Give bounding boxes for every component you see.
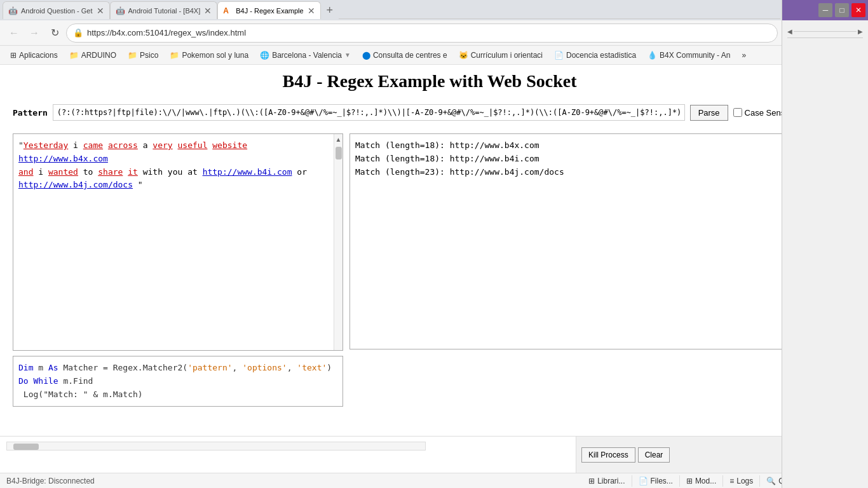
tab-android-question[interactable]: 🤖 Android Question - Get ✕ — [3, 1, 110, 19]
status-tab-files[interactable]: 📄 Files... — [632, 475, 680, 487]
tab1-close-icon[interactable]: ✕ — [97, 6, 104, 16]
bookmarks-more[interactable]: » — [736, 50, 751, 61]
reload-button[interactable]: ↻ — [46, 24, 64, 42]
tab3-favicon: A — [223, 6, 232, 15]
tab3-label: B4J - Regex Example — [236, 7, 303, 15]
page-area: B4J - Regex Example with Web Socket Patt… — [0, 65, 868, 436]
forward-button[interactable]: → — [25, 24, 43, 42]
match-line-1: Match (length=18): http://www.b4x.com — [355, 139, 832, 152]
bottom-area: Kill Process Clear — [0, 436, 868, 473]
match-line-2: Match (length=18): http://www.b4i.com — [355, 152, 832, 166]
bookmark-curriculum[interactable]: 🐱 Currículum i orientaci — [454, 50, 548, 61]
status-bar: B4J-Bridge: Disconnected ⊞ Librari... 📄 … — [0, 473, 868, 488]
pattern-row: Pattern Parse Case Sensitive Multiline — [13, 104, 846, 121]
panel-ruler: ◀ ▶ — [787, 25, 863, 38]
sp-close-button[interactable]: ✕ — [851, 3, 865, 17]
clear-button[interactable]: Clear — [638, 447, 670, 463]
tab-android-tutorial[interactable]: 🤖 Android Tutorial - [B4X] ✕ — [110, 1, 218, 19]
title-bar: 🤖 Android Question - Get ✕ 🤖 Android Tut… — [0, 0, 868, 20]
second-panel-titlebar: ─ □ ✕ — [782, 0, 868, 20]
code-line-1: Dim m As Matcher = Regex.Matcher2('patte… — [18, 362, 337, 375]
toolbar: ← → ↻ 🔒 https://b4x.com:51041/regex_ws/i… — [0, 20, 868, 46]
bookmark-consulta[interactable]: ⬤ Consulta de centres e — [357, 50, 452, 61]
parse-button[interactable]: Parse — [690, 105, 728, 121]
left-panel: "Yesterday i came across a very useful w… — [13, 133, 343, 407]
tab2-label: Android Tutorial - [B4X] — [128, 7, 201, 15]
tab3-close-icon[interactable]: ✕ — [308, 6, 315, 16]
case-sensitive-checkbox[interactable] — [733, 108, 742, 117]
page-title: B4J - Regex Example with Web Socket — [13, 71, 846, 92]
h-scroll-thumb[interactable] — [13, 444, 39, 450]
input-scrollbar[interactable]: ▲ — [334, 134, 342, 350]
second-panel-content: ◀ ▶ — [782, 20, 868, 488]
browser-window: 🤖 Android Question - Get ✕ 🤖 Android Tut… — [0, 0, 868, 488]
address-text: https://b4x.com:51041/regex_ws/index.htm… — [87, 28, 771, 37]
sp-minimize-button[interactable]: ─ — [818, 3, 832, 17]
pattern-label: Pattern — [13, 108, 48, 118]
code-line-3: Log("Match: " & m.Match) — [18, 388, 337, 402]
tab1-favicon: 🤖 — [8, 6, 17, 15]
second-panel-window: ─ □ ✕ ◀ ▶ — [782, 0, 868, 488]
back-button[interactable]: ← — [5, 24, 23, 42]
input-text-area[interactable]: "Yesterday i came across a very useful w… — [13, 134, 334, 350]
right-panel: Match (length=18): http://www.b4x.com Ma… — [349, 133, 846, 407]
bookmark-docencia[interactable]: 📄 Docencia estadistica — [549, 50, 641, 61]
bookmark-psico[interactable]: 📁 Psico — [123, 50, 163, 61]
code-box: Dim m As Matcher = Regex.Matcher2('patte… — [13, 356, 343, 407]
bookmark-aplicacions[interactable]: ⊞ Aplicacions — [5, 50, 63, 61]
match-line-3: Match (length=23): http://www.b4j.com/do… — [355, 166, 832, 179]
bookmark-barcelona[interactable]: 🌐 Barcelona - Valencia ▼ — [255, 50, 356, 61]
kill-process-button[interactable]: Kill Process — [581, 447, 635, 463]
tab2-close-icon[interactable]: ✕ — [204, 6, 212, 16]
status-tab-mod[interactable]: ⊞ Mod... — [680, 475, 723, 487]
tab1-label: Android Question - Get — [21, 7, 93, 15]
page-scroll[interactable]: B4J - Regex Example with Web Socket Patt… — [0, 65, 859, 436]
scroll-up-arrow[interactable]: ▲ — [334, 134, 343, 144]
bookmark-b4x[interactable]: 💧 B4X Community - An — [642, 50, 735, 61]
status-tab-librari[interactable]: ⊞ Librari... — [582, 475, 632, 487]
sp-maximize-button[interactable]: □ — [835, 3, 849, 17]
bottom-left-panel — [0, 436, 576, 473]
panels-wrapper: "Yesterday i came across a very useful w… — [13, 133, 846, 407]
horizontal-scrollbar[interactable] — [6, 442, 426, 451]
ruler-line — [794, 31, 857, 32]
output-text: Match (length=18): http://www.b4x.com Ma… — [350, 134, 837, 349]
code-line-2: Do While m.Find — [18, 375, 337, 388]
bookmarks-bar: ⊞ Aplicacions 📁 ARDUINO 📁 Psico 📁 Pokemo… — [0, 46, 868, 65]
tab-b4j-regex[interactable]: A B4J - Regex Example ✕ — [217, 1, 320, 19]
output-panel: Match (length=18): http://www.b4x.com Ma… — [349, 133, 846, 349]
new-tab-button[interactable]: + — [321, 1, 339, 19]
status-tab-logs[interactable]: ≡ Logs — [723, 475, 760, 487]
lock-icon: 🔒 — [73, 28, 83, 37]
pattern-input[interactable] — [53, 104, 685, 121]
status-text: B4J-Bridge: Disconnected — [6, 477, 95, 485]
scroll-thumb[interactable] — [336, 147, 342, 159]
bookmark-arduino[interactable]: 📁 ARDUINO — [64, 50, 121, 61]
bookmark-pokemon[interactable]: 📁 Pokemon sol y luna — [165, 50, 254, 61]
tab2-favicon: 🤖 — [116, 6, 125, 15]
main-content: B4J - Regex Example with Web Socket Patt… — [0, 65, 859, 413]
address-bar[interactable]: 🔒 https://b4x.com:51041/regex_ws/index.h… — [66, 24, 778, 43]
input-textarea-wrapper: "Yesterday i came across a very useful w… — [13, 133, 343, 351]
